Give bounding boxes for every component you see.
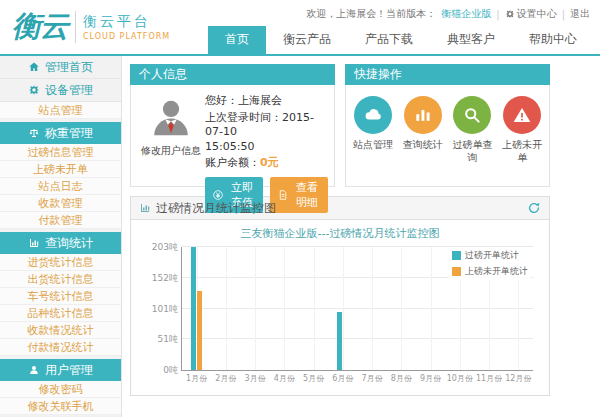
greeting-line: 您好：上海展会 — [205, 93, 328, 108]
quick-action-circle — [503, 96, 541, 134]
divider: | — [496, 9, 499, 20]
logout-link[interactable]: 退出 — [570, 7, 590, 21]
main-content: 个人信息 修改用户信息 您好：上海展会 上次登录时间：2015-07-10 15… — [122, 56, 600, 417]
last-login-line: 上次登录时间：2015-07-10 — [205, 110, 328, 138]
refresh-icon[interactable] — [527, 201, 541, 215]
sidebar-item-3-4[interactable]: 收款管理 — [0, 195, 121, 212]
sidebar-item-3-2[interactable]: 上磅未开单 — [0, 161, 121, 178]
edit-user-info-link[interactable]: 修改用户信息 — [141, 144, 201, 158]
bar-group-4: 4月份 — [270, 247, 299, 370]
nav-tab-4[interactable]: 典型客户 — [430, 26, 512, 54]
quick-action-label: 站点管理 — [353, 139, 393, 152]
search-icon — [462, 105, 482, 125]
y-axis-tick-label: 101吨 — [152, 302, 178, 315]
bar-group-2: 2月份 — [211, 247, 240, 370]
sidebar-section-label: 称重管理 — [45, 125, 93, 142]
legend-item-1[interactable]: 过磅开单统计 — [452, 249, 528, 262]
quick-action-circle — [354, 96, 392, 134]
quick-actions-title: 快捷操作 — [354, 67, 402, 81]
body-row: 管理首页设备管理站点管理称重管理过磅信息管理上磅未开单站点日志收款管理付款管理查… — [0, 56, 600, 417]
bar-group-8: 8月份 — [387, 247, 416, 370]
x-axis-tick-label: 12月份 — [498, 373, 539, 384]
quick-action-label: 过磅单查询 — [449, 139, 495, 164]
gear-icon — [28, 84, 40, 96]
scale-icon — [28, 127, 40, 139]
view-details-button[interactable]: 查看明细 — [270, 177, 328, 213]
sidebar-item-5-2[interactable]: 修改关联手机 — [0, 398, 121, 415]
greeting-value: 上海展会 — [238, 94, 282, 107]
page: 衡云 衡云平台 CLOUD PLATFORM 欢迎，上海展会！当前版本： 衡猫企… — [0, 0, 600, 417]
quick-action-circle — [404, 96, 442, 134]
welcome-text: 欢迎，上海展会！当前版本： — [306, 7, 436, 21]
sidebar-section-2[interactable]: 设备管理 — [0, 79, 121, 102]
profile-panel: 个人信息 修改用户信息 您好：上海展会 上次登录时间：2015-07-10 15… — [130, 64, 335, 187]
quick-action-3[interactable]: 过磅单查询 — [449, 96, 495, 164]
sidebar-section-5[interactable]: 用户管理 — [0, 359, 121, 381]
legend-item-2[interactable]: 上磅未开单统计 — [452, 265, 528, 278]
quick-actions-panel: 快捷操作 站点管理查询统计过磅单查询上磅未开单 — [345, 64, 550, 187]
sidebar-item-4-3[interactable]: 车号统计信息 — [0, 288, 121, 305]
sidebar-section-1[interactable]: 管理首页 — [0, 56, 121, 79]
sidebar-item-4-4[interactable]: 品种统计信息 — [0, 305, 121, 322]
bar-group-5: 5月份 — [299, 247, 328, 370]
quick-action-1[interactable]: 站点管理 — [350, 96, 396, 152]
sidebar-item-3-1[interactable]: 过磅信息管理 — [0, 144, 121, 161]
sidebar-item-4-2[interactable]: 出货统计信息 — [0, 271, 121, 288]
sidebar-section-label: 设备管理 — [45, 82, 93, 99]
version-link[interactable]: 衡猫企业版 — [441, 7, 491, 21]
legend-swatch — [452, 267, 461, 276]
sidebar-item-4-6[interactable]: 付款情况统计 — [0, 339, 121, 356]
y-axis-tick-label: 203吨 — [152, 241, 178, 254]
last-login-time: 15:05:50 — [205, 140, 328, 153]
nav-tab-5[interactable]: 帮助中心 — [512, 26, 594, 54]
cloud-icon — [363, 105, 383, 125]
profile-info: 您好：上海展会 上次登录时间：2015-07-10 15:05:50 账户余额：… — [205, 92, 328, 181]
logo-divider — [75, 11, 76, 43]
sidebar-item-2-1[interactable]: 站点管理 — [0, 102, 121, 119]
sidebar-item-4-1[interactable]: 进货统计信息 — [0, 254, 121, 271]
sidebar: 管理首页设备管理站点管理称重管理过磅信息管理上磅未开单站点日志收款管理付款管理查… — [0, 56, 122, 417]
chart-body: 三友衡猫企业版---过磅情况月统计监控图 1月份2月份3月份4月份5月份6月份7… — [131, 220, 549, 395]
bar-group-9: 9月份 — [416, 247, 445, 370]
sidebar-item-3-5[interactable]: 付款管理 — [0, 212, 121, 229]
bar-group-7: 7月份 — [358, 247, 387, 370]
sidebar-item-4-5[interactable]: 收款情况统计 — [0, 322, 121, 339]
sidebar-item-5-1[interactable]: 修改密码 — [0, 381, 121, 398]
settings-link[interactable]: 设置中心 — [505, 7, 557, 21]
quick-action-label: 上磅未开单 — [499, 139, 545, 164]
divider: | — [562, 9, 565, 20]
user-icon — [28, 364, 40, 376]
sidebar-section-3[interactable]: 称重管理 — [0, 122, 121, 144]
home-icon — [28, 61, 40, 73]
profile-panel-body: 修改用户信息 您好：上海展会 上次登录时间：2015-07-10 15:05:5… — [130, 85, 335, 187]
chart-legend: 过磅开单统计上磅未开单统计 — [449, 247, 531, 280]
legend-label: 上磅未开单统计 — [465, 265, 528, 278]
brand-logo[interactable]: 衡云 衡云平台 CLOUD PLATFORM — [12, 0, 170, 54]
chart-panel: 过磅情况月统计监控图 三友衡猫企业版---过磅情况月统计监控图 1月份2月份3月… — [130, 196, 550, 396]
greeting-label: 您好： — [205, 94, 238, 107]
nav-tab-3[interactable]: 产品下载 — [348, 26, 430, 54]
brand-title: 衡云平台 — [83, 13, 170, 31]
avatar — [148, 95, 194, 141]
balance-label: 账户余额： — [205, 156, 260, 169]
nav-tab-1[interactable]: 首页 — [208, 26, 266, 54]
top-panels: 个人信息 修改用户信息 您好：上海展会 上次登录时间：2015-07-10 15… — [130, 64, 550, 187]
sidebar-section-4[interactable]: 查询统计 — [0, 232, 121, 254]
sidebar-section-label: 管理首页 — [45, 59, 93, 76]
quick-action-2[interactable]: 查询统计 — [400, 96, 446, 152]
profile-panel-header: 个人信息 — [130, 64, 335, 85]
brand-subtitle: CLOUD PLATFORM — [83, 32, 170, 41]
y-axis-tick-label: 152吨 — [152, 271, 178, 284]
bar-series-1-month-6 — [337, 312, 342, 370]
bar-group-3: 3月份 — [241, 247, 270, 370]
stats-icon — [28, 237, 40, 249]
sidebar-section-label: 查询统计 — [45, 235, 93, 252]
last-login-label: 上次登录时间： — [205, 111, 282, 124]
barchart-icon — [413, 105, 433, 125]
quick-action-4[interactable]: 上磅未开单 — [499, 96, 545, 164]
sidebar-item-3-3[interactable]: 站点日志 — [0, 178, 121, 195]
nav-tab-2[interactable]: 衡云产品 — [266, 26, 348, 54]
y-axis-tick-label: 51吨 — [158, 333, 178, 346]
chart-panel-title: 过磅情况月统计监控图 — [156, 200, 276, 217]
logo-mark: 衡云 — [12, 7, 68, 47]
